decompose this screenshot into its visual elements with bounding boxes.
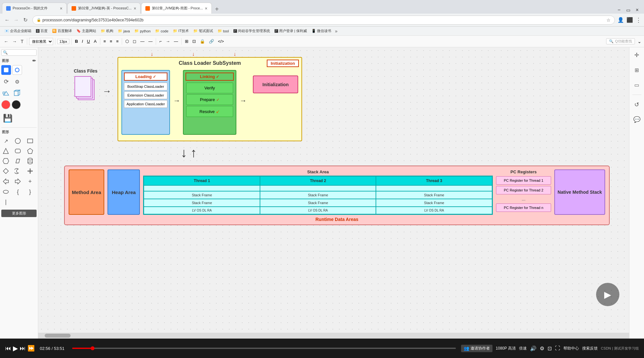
bookmark-tool[interactable]: 📁tool [216,28,231,34]
bookmark-it[interactable]: 📁IT技术 [171,28,191,34]
stroke-color-btn[interactable]: ◻ [131,38,138,44]
connection-btn[interactable]: ⌐ [158,38,163,44]
color-black[interactable] [12,100,21,109]
3d-shape-1[interactable] [1,88,11,98]
bookmark-star-icon[interactable]: ☆ [606,17,611,23]
quality-btn[interactable]: 1080P 高清 [496,346,516,351]
shape-select-btn[interactable] [1,65,11,75]
tab-3-active[interactable]: 第02章_JVM架构-简图 - Proce... × [141,3,212,14]
line-style-btn[interactable]: — [139,38,146,44]
code-btn[interactable]: </> [217,38,225,44]
tab-1[interactable]: ProcessOn - 我的文件 × [2,3,67,14]
font-size-display[interactable]: 13px [57,39,70,44]
tab1-close[interactable]: × [60,6,62,11]
collab-btn[interactable]: 👥 邀请协作者 [461,345,492,352]
align-left-btn[interactable]: ≡ [102,38,107,44]
scroll-thumb[interactable] [45,334,71,338]
shape-pentagon[interactable] [26,146,35,156]
help-btn[interactable]: 帮助中心 [563,346,579,351]
comment-btn[interactable]: 💬 [632,114,642,125]
maximize-btn[interactable]: ▭ [624,6,632,14]
shape-curly-close[interactable]: } [26,187,35,196]
shape-plus[interactable]: + [26,177,35,186]
feedback-btn[interactable]: 搜索反馈 [582,346,598,351]
shape-oval[interactable] [1,187,10,196]
font-color-btn[interactable]: A [93,38,98,44]
speed-btn[interactable]: 倍速 [519,346,527,351]
shape-pipe[interactable]: | [1,197,10,206]
arrow-style-btn2[interactable]: — [173,38,179,44]
forward-btn[interactable]: → [12,16,21,25]
pip-btn[interactable]: ⊡ [548,345,552,352]
profile-icon[interactable]: 👤 [617,17,624,23]
prev-btn[interactable]: ⏮ [5,345,11,352]
history-btn[interactable]: ↺ [632,99,642,110]
bookmark-baidu[interactable]: 🅱百度 [34,28,50,34]
bookmarks-more[interactable]: » [335,29,338,34]
tab3-close[interactable]: × [205,6,208,11]
fill-color-btn[interactable]: ⬡ [124,38,130,44]
close-btn[interactable]: × [633,6,641,14]
3d-shape-2[interactable] [12,88,22,98]
shape-arrow-right[interactable] [13,177,22,186]
refresh-btn[interactable]: ↻ [21,16,30,25]
sync-icon[interactable]: ⟳ [1,77,11,87]
shape-rect-outline[interactable] [26,136,35,145]
bookmark-sgg[interactable]: 🅿尚硅谷学生管理系统 [232,28,272,34]
bookmark-theme[interactable]: 🔖主题网站 [74,28,98,34]
video-overlay-play-btn[interactable]: ▶ [596,283,619,306]
bookmark-user-login[interactable]: 🅿用户登录 | 保利威 [273,28,309,34]
minimize-btn[interactable]: − [615,6,623,14]
color-red[interactable] [1,100,10,109]
shape-curly-open[interactable]: { [13,187,22,196]
compass-btn[interactable]: ✛ [632,50,642,60]
tab-2[interactable]: 第02章_JVM架构-英 - ProcessC... × [67,3,141,14]
progress-bar-container[interactable] [72,348,456,349]
shape-cylinder[interactable] [26,156,35,166]
bold-btn[interactable]: B [73,38,79,44]
bookmark-python[interactable]: 📁python [132,28,153,34]
italic-btn[interactable]: I [81,38,85,44]
lock-btn[interactable]: 🔒 [198,38,206,44]
bookmark-interview[interactable]: 📁笔试面试 [191,28,215,34]
volume-icon[interactable]: 🔊 [530,345,537,352]
more-options-icon[interactable]: ⋮ [636,17,641,24]
new-tab-button[interactable]: + [212,5,221,14]
canvas-area[interactable]: Class Files → ↓ ↓ ↓ Class Loa [38,47,629,339]
play-pause-btn[interactable]: ▶ [13,344,18,352]
shape-arrow-diag[interactable]: ↗ [1,136,10,145]
shape-circle-btn[interactable] [12,65,22,75]
shape-arrow-left[interactable] [1,177,10,186]
toolbar-search[interactable]: 🔍 Q功能查找 [606,38,635,44]
redo-btn[interactable]: → [11,38,18,45]
shape-triangle[interactable] [1,146,10,156]
back-btn[interactable]: ← [3,16,12,25]
line-width-btn[interactable]: — [147,38,154,44]
shape-cross[interactable] [26,167,35,176]
extensions-icon[interactable]: ⬛ [627,17,633,23]
more-shapes-btn[interactable]: 更多图形 [1,210,37,217]
fullscreen-btn[interactable]: ⛶ [555,345,560,351]
pages-btn[interactable]: ▭ [632,80,642,90]
undo-btn[interactable]: ← [3,38,10,45]
address-bar[interactable]: 🔒 processson.com/diagraming/5dc37531e4b0… [32,16,615,25]
settings-icon[interactable]: ⚙ [12,77,22,87]
settings-video-btn[interactable]: ⚙ [540,345,544,352]
expand-btn[interactable]: ⌄ [638,39,641,44]
bookmark-org[interactable]: 📁机构 [99,28,115,34]
link-btn[interactable]: 🔗 [208,38,215,44]
align-right-btn[interactable]: ≡ [115,38,120,44]
shape-circle-outline[interactable] [13,136,22,145]
bookmark-mail[interactable]: 📧企讯企业邮箱 [3,28,33,34]
layers-btn[interactable]: ⊞ [632,65,642,75]
shape-hexagon[interactable] [1,156,10,166]
data-icon[interactable]: 💾 [1,112,14,125]
font-select[interactable]: 微软雅黑 [29,38,53,45]
shape-roundrect[interactable] [13,146,22,156]
shape-diamond[interactable] [1,167,10,176]
bookmark-wechat-read[interactable]: 📱微信读书 [310,28,333,34]
shape-crescent[interactable] [13,167,22,176]
underline-btn[interactable]: U [85,38,91,44]
align-center-btn[interactable]: ≡ [108,38,114,44]
align-distribute-btn[interactable]: ⊞ [184,38,190,44]
